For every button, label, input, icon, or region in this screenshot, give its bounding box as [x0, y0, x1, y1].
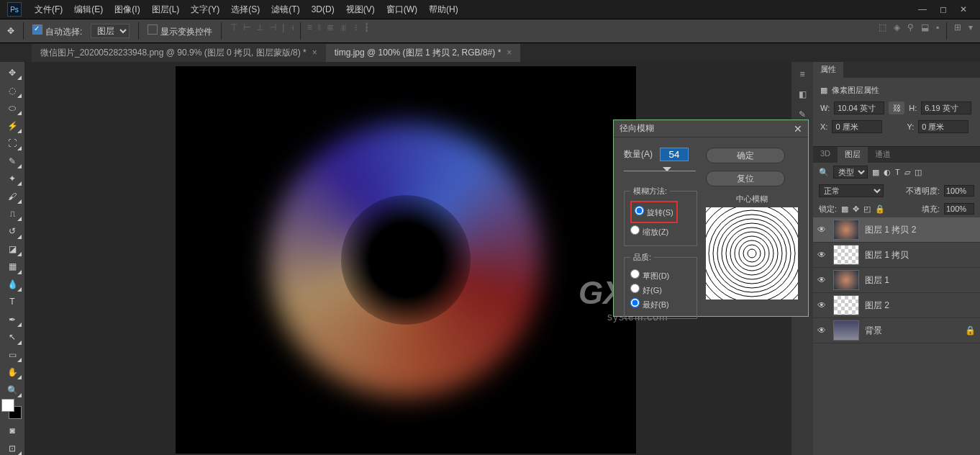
- blend-mode-select[interactable]: 正常: [819, 184, 884, 197]
- blur-center-preview[interactable]: [706, 207, 798, 299]
- distribute-icon[interactable]: ≡: [307, 22, 312, 40]
- layer-name[interactable]: 背景: [865, 325, 882, 337]
- distribute-icon[interactable]: ⫴: [317, 22, 321, 40]
- window-maximize[interactable]: ◻: [940, 4, 947, 14]
- y-input[interactable]: [918, 120, 968, 133]
- quick-mask[interactable]: ◙: [4, 424, 21, 437]
- crop-tool[interactable]: ⛶: [4, 137, 21, 150]
- eyedropper-tool[interactable]: ✎: [4, 154, 21, 167]
- amount-slider[interactable]: [624, 166, 696, 177]
- 3d-mode-icon[interactable]: ⬚: [879, 22, 886, 40]
- x-input[interactable]: [832, 120, 882, 133]
- align-icon[interactable]: ⊤: [230, 22, 237, 40]
- align-icon[interactable]: ⊥: [256, 22, 263, 40]
- align-icon[interactable]: ⊢: [243, 22, 250, 40]
- layer-row[interactable]: 👁背景🔒: [813, 318, 980, 343]
- magic-wand-tool[interactable]: ⚡: [4, 119, 21, 132]
- marquee-tool[interactable]: ◌: [4, 84, 21, 96]
- close-icon[interactable]: ×: [312, 48, 317, 58]
- filter-shape-icon[interactable]: ▱: [904, 168, 910, 177]
- shape-tool[interactable]: ▭: [4, 348, 21, 361]
- doc-tab-2[interactable]: timg.jpg @ 100% (图层 1 拷贝 2, RGB/8#) *×: [326, 44, 521, 62]
- blur-tool[interactable]: 💧: [4, 278, 21, 291]
- hand-tool[interactable]: ✋: [4, 366, 21, 379]
- dialog-titlebar[interactable]: 径向模糊 ✕: [614, 120, 808, 138]
- healing-tool[interactable]: ✦: [4, 172, 21, 185]
- window-minimize[interactable]: —: [918, 4, 927, 14]
- lasso-tool[interactable]: ⬭: [4, 102, 21, 114]
- close-icon[interactable]: ×: [507, 48, 512, 58]
- ok-button[interactable]: 确定: [706, 148, 785, 163]
- tab-3d[interactable]: 3D: [813, 147, 838, 163]
- distribute-icon[interactable]: ┇: [364, 22, 369, 40]
- 3d-mode-icon[interactable]: ◈: [894, 22, 900, 40]
- doc-tab-1[interactable]: 微信图片_20200528233948.png @ 90.9% (图层 0 拷贝…: [32, 44, 326, 62]
- workspace-icon[interactable]: ⊞: [954, 22, 961, 40]
- visibility-icon[interactable]: 👁: [817, 250, 827, 260]
- quality-good-radio[interactable]: 好(G): [630, 284, 691, 296]
- menu-edit[interactable]: 编辑(E): [70, 2, 107, 17]
- layer-row[interactable]: 👁图层 1 拷贝: [813, 243, 980, 268]
- distribute-icon[interactable]: ≣: [327, 22, 334, 40]
- lock-pixels-icon[interactable]: ▩: [841, 204, 848, 214]
- visibility-icon[interactable]: 👁: [817, 300, 827, 310]
- menu-select[interactable]: 选择(S): [227, 2, 264, 17]
- layer-name[interactable]: 图层 2: [865, 299, 889, 312]
- layer-name[interactable]: 图层 1: [865, 274, 889, 287]
- menu-3d[interactable]: 3D(D): [307, 3, 339, 16]
- gradient-tool[interactable]: ▦: [4, 260, 21, 273]
- filter-type-icon[interactable]: T: [895, 168, 900, 176]
- layer-name[interactable]: 图层 1 拷贝 2: [865, 224, 916, 236]
- window-close[interactable]: ✕: [960, 4, 967, 14]
- history-panel-icon[interactable]: ≡: [799, 69, 804, 79]
- reset-button[interactable]: 复位: [706, 171, 785, 186]
- move-tool[interactable]: ✥: [4, 66, 21, 79]
- tab-layers[interactable]: 图层: [838, 147, 868, 163]
- zoom-tool[interactable]: 🔍: [4, 383, 21, 396]
- lock-all-icon[interactable]: 🔒: [875, 204, 885, 214]
- auto-select-dropdown[interactable]: 图层: [91, 24, 130, 38]
- menu-type[interactable]: 文字(Y): [186, 2, 224, 17]
- workspace-icon[interactable]: ▾: [968, 22, 973, 40]
- menu-filter[interactable]: 滤镜(T): [267, 2, 304, 17]
- filter-kind-select[interactable]: 类型: [833, 166, 868, 179]
- height-input[interactable]: [921, 102, 971, 114]
- lock-artboard-icon[interactable]: ◰: [863, 204, 871, 214]
- opacity-input[interactable]: [944, 185, 974, 197]
- menu-image[interactable]: 图像(I): [110, 2, 144, 17]
- 3d-mode-icon[interactable]: ▪: [936, 22, 939, 40]
- fill-input[interactable]: [944, 203, 974, 215]
- history-brush-tool[interactable]: ↺: [4, 225, 21, 238]
- amount-input[interactable]: [660, 148, 689, 161]
- quality-best-radio[interactable]: 最好(B): [630, 298, 691, 310]
- layer-thumbnail[interactable]: [833, 245, 859, 265]
- pen-tool[interactable]: ✒: [4, 313, 21, 326]
- menu-help[interactable]: 帮助(H): [425, 2, 463, 17]
- tab-channels[interactable]: 通道: [868, 147, 898, 163]
- layer-row[interactable]: 👁图层 2: [813, 293, 980, 318]
- distribute-icon[interactable]: ⫼: [340, 22, 348, 40]
- layer-thumbnail[interactable]: [833, 320, 859, 341]
- eraser-tool[interactable]: ◪: [4, 243, 21, 256]
- properties-tab[interactable]: 属性: [813, 62, 843, 78]
- close-icon[interactable]: ✕: [794, 123, 802, 135]
- method-zoom-radio[interactable]: 缩放(Z): [630, 225, 691, 238]
- filter-pixel-icon[interactable]: ▩: [872, 168, 879, 177]
- align-icon[interactable]: |: [282, 22, 284, 40]
- align-icon[interactable]: ⫞: [290, 22, 294, 40]
- filter-smart-icon[interactable]: ◫: [915, 168, 922, 177]
- filter-adjust-icon[interactable]: ◐: [884, 168, 891, 177]
- filter-kind-icon[interactable]: 🔍: [819, 168, 829, 177]
- menu-layer[interactable]: 图层(L): [148, 2, 184, 17]
- color-swatch[interactable]: [1, 399, 14, 412]
- distribute-icon[interactable]: ⫶: [354, 22, 358, 40]
- 3d-mode-icon[interactable]: ⬓: [921, 22, 929, 40]
- visibility-icon[interactable]: 👁: [817, 275, 827, 285]
- layer-name[interactable]: 图层 1 拷贝: [865, 249, 909, 261]
- method-spin-radio[interactable]: 旋转(S): [635, 206, 673, 218]
- layer-thumbnail[interactable]: [833, 220, 859, 240]
- auto-select-checkbox[interactable]: 自动选择:: [32, 24, 82, 38]
- screen-mode[interactable]: ⊡: [4, 441, 21, 454]
- layer-thumbnail[interactable]: [833, 270, 859, 290]
- show-transform-checkbox[interactable]: 显示变换控件: [148, 24, 212, 38]
